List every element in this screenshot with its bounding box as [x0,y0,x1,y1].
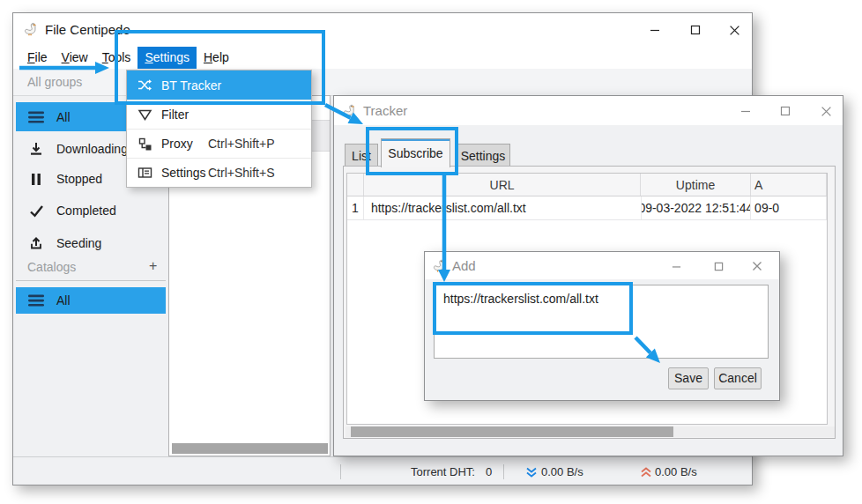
main-titlebar[interactable]: File Centipede [13,13,752,47]
maximize-icon [690,25,701,35]
sidebar-item-label: Completed [56,204,116,218]
cancel-button[interactable]: Cancel [714,367,762,389]
menu-item-label: Settings [161,166,206,180]
menu-item-label: BT Tracker [161,78,221,93]
upload-icon [28,236,44,250]
filter-icon [137,107,152,122]
minimize-icon [650,25,660,35]
close-button[interactable] [746,256,769,276]
close-icon [752,261,762,271]
sidebar-item-completed[interactable]: Completed [16,196,166,225]
header-cell-url[interactable]: URL [364,174,641,196]
table-row[interactable]: 1 https://trackerslist.com/all.txt 09-03… [347,196,827,220]
duck-icon [343,103,357,118]
minimize-icon [672,262,681,271]
menu-item-label: Proxy [161,137,193,151]
menu-item-settings[interactable]: Settings Ctrl+Shift+S [127,158,311,187]
row-number-cell: 1 [347,196,364,219]
maximize-icon [714,262,724,271]
menu-item-shortcut: Ctrl+Shift+S [208,166,274,180]
window-title: File Centipede [45,22,130,37]
extra-cell: 09-0 [751,196,827,219]
menu-file[interactable]: File [20,47,55,69]
save-button[interactable]: Save [668,367,709,389]
header-cell-uptime[interactable]: Uptime [641,174,751,196]
minimize-icon [740,106,751,116]
url-input[interactable]: https://trackerslist.com/all.txt [434,285,769,359]
pause-icon [28,172,44,186]
desktop: File Centipede File View Tools Settings … [0,0,862,504]
menu-help[interactable]: Help [197,47,236,69]
duck-icon [433,258,447,273]
group-toolbar: All groups [13,69,752,96]
table-header-row: URL Uptime A [347,174,827,196]
add-titlebar[interactable]: Add [425,252,779,279]
dht-value: 0 [486,457,492,486]
tab-list[interactable]: List [345,144,378,167]
tab-label: List [352,149,371,163]
upload-speed: 0.00 B/s [655,457,697,486]
check-icon [28,204,44,218]
menu-item-shortcut: Ctrl+Shift+P [208,137,274,151]
menu-item-proxy[interactable]: Proxy Ctrl+Shift+P [127,129,311,158]
sidebar-divider [16,280,166,281]
duck-icon [24,21,39,37]
menu-item-filter[interactable]: Filter [127,100,311,129]
tab-label: Subscribe [388,146,442,160]
status-divider [503,464,504,479]
group-filter-select[interactable]: All groups [27,69,82,95]
window-title: Add [452,258,476,273]
close-icon [821,106,832,117]
status-divider [340,464,341,479]
download-icon [28,142,44,156]
maximize-icon [780,106,791,116]
minimize-button[interactable] [733,101,758,121]
close-button[interactable] [814,101,838,121]
tracker-titlebar[interactable]: Tracker [334,96,843,125]
sidebar-item-label: All [56,110,71,124]
tab-subscribe[interactable]: Subscribe [381,138,450,167]
menu-tools[interactable]: Tools [95,47,138,69]
header-cell-extra[interactable]: A [751,174,827,196]
menu-view[interactable]: View [55,47,95,69]
menu-item-label: Filter [161,107,189,122]
horizontal-scrollbar[interactable] [346,426,835,437]
minimize-button[interactable] [642,20,668,40]
add-dialog: Add https://trackerslist.com/all.txt Sav… [424,251,780,401]
sidebar-item-label: Stopped [56,172,102,186]
maximize-button[interactable] [707,256,730,276]
add-catalog-button[interactable]: + [149,258,157,274]
catalogs-label: Catalogs [27,260,76,274]
menu-icon [28,110,44,124]
header-cell-num[interactable] [347,174,364,196]
maximize-button[interactable] [682,20,709,40]
menu-bar: File View Tools Settings Help [13,47,752,69]
sidebar-item-label: Downloading [56,142,128,156]
menu-settings[interactable]: Settings [137,47,197,69]
tab-label: Settings [461,149,506,163]
settings-dropdown-menu: BT Tracker Filter Proxy Ctrl+Shift+P Set… [126,70,312,188]
close-icon [729,25,740,36]
tab-settings[interactable]: Settings [456,144,510,167]
download-speed-icon [525,467,538,478]
dht-label: Torrent DHT: [411,457,475,486]
close-button[interactable] [721,20,747,40]
catalog-item-label: All [56,293,71,308]
scrollbar-thumb[interactable] [351,426,673,437]
catalog-item-all[interactable]: All [16,287,166,314]
proxy-icon [137,137,152,152]
active-tab-accent [382,139,450,141]
sidebar-item-label: Seeding [56,236,101,250]
sidebar-item-seeding[interactable]: Seeding [16,228,166,258]
status-bar: Torrent DHT: 0 0.00 B/s 0.00 B/s [13,456,752,485]
maximize-button[interactable] [773,101,798,121]
minimize-button[interactable] [665,256,687,276]
horizontal-scrollbar[interactable] [172,443,328,454]
url-cell: https://trackerslist.com/all.txt [364,196,642,219]
download-speed: 0.00 B/s [541,457,583,486]
settings-icon [137,166,152,181]
menu-item-bt-tracker[interactable]: BT Tracker [127,70,311,100]
upload-speed-icon [640,467,652,478]
menu-icon [28,293,44,308]
shuffle-icon [137,78,152,93]
